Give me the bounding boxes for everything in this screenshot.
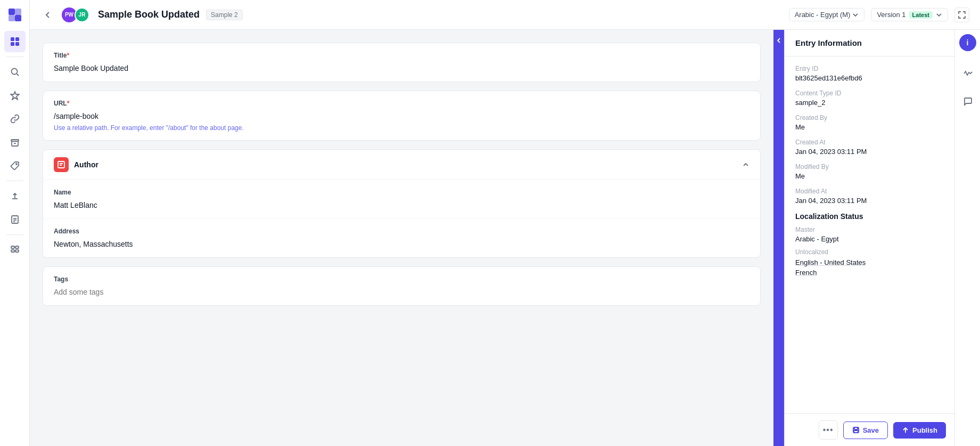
more-button[interactable]: •••	[819, 420, 838, 440]
tags-section: Tags	[43, 266, 761, 306]
content-type-badge: Sample 2	[206, 10, 243, 20]
tags-input[interactable]	[54, 288, 750, 296]
created-by-row: Created By Me	[795, 114, 944, 131]
info-panel: Entry Information Entry ID blt3625ed131e…	[784, 30, 954, 446]
locale-label: Arabic - Egypt (M)	[795, 11, 851, 19]
url-input[interactable]	[54, 112, 750, 120]
modified-at-row: Modified At Jan 04, 2023 03:11 PM	[795, 188, 944, 205]
author-group-header[interactable]: Author	[43, 150, 760, 180]
url-field-wrapper: URL* Use a relative path. For example, e…	[43, 91, 760, 140]
sidebar-left	[0, 0, 30, 446]
sidebar-icon-link[interactable]	[4, 108, 26, 129]
svg-rect-27	[854, 427, 858, 429]
created-at-label: Created At	[795, 139, 944, 146]
activity-icon	[963, 69, 973, 78]
sidebar-icon-upload[interactable]	[4, 185, 26, 207]
sidebar-divider-2	[6, 181, 23, 181]
right-icons-panel: i	[954, 30, 980, 446]
url-section: URL* Use a relative path. For example, e…	[43, 91, 761, 141]
author-collapse-icon	[742, 161, 750, 168]
loc-master-label: Master	[795, 226, 944, 233]
avatar-group: PW JR	[62, 7, 89, 22]
localization-title: Localization Status	[795, 212, 944, 221]
book-icon	[57, 160, 65, 169]
locale-chevron-icon	[852, 12, 859, 18]
address-label: Address	[54, 228, 750, 235]
url-hint: Use a relative path. For example, enter …	[54, 124, 750, 132]
svg-rect-5	[15, 37, 19, 41]
svg-rect-28	[854, 431, 858, 433]
sidebar-icon-widget[interactable]	[4, 239, 26, 261]
url-label: URL*	[54, 100, 750, 107]
name-input[interactable]	[54, 201, 750, 209]
created-at-value: Jan 04, 2023 03:11 PM	[795, 148, 944, 156]
content-area: Title* URL* Use a relative path. For exa…	[30, 30, 980, 446]
version-selector[interactable]: Version 1 Latest	[871, 8, 948, 21]
created-by-label: Created By	[795, 114, 944, 121]
publish-button[interactable]: Publish	[893, 422, 946, 439]
svg-rect-6	[11, 42, 14, 46]
svg-marker-10	[11, 92, 19, 100]
content-type-id-value: sample_2	[795, 99, 944, 107]
sidebar-icon-search[interactable]	[4, 61, 26, 83]
loc-unlocalized-french[interactable]: French	[795, 267, 944, 278]
info-panel-header: Entry Information	[785, 30, 954, 56]
modified-at-label: Modified At	[795, 188, 944, 195]
sidebar-icon-archive[interactable]	[4, 132, 26, 153]
logo	[4, 4, 26, 26]
modified-by-value: Me	[795, 172, 944, 180]
form-area: Title* URL* Use a relative path. For exa…	[30, 30, 773, 446]
created-at-row: Created At Jan 04, 2023 03:11 PM	[795, 139, 944, 156]
panel-toggle-icon	[776, 36, 782, 45]
author-group-icon	[54, 157, 69, 172]
loc-unlocalized-english[interactable]: English - United States	[795, 257, 944, 267]
author-group-title: Author	[74, 160, 737, 169]
svg-rect-2	[9, 15, 15, 21]
title-input[interactable]	[54, 64, 750, 72]
sidebar-icon-tag[interactable]	[4, 155, 26, 176]
modified-at-value: Jan 04, 2023 03:11 PM	[795, 197, 944, 205]
loc-master-value: Arabic - Egypt	[795, 235, 944, 243]
expand-button[interactable]	[954, 7, 969, 22]
info-panel-body: Entry ID blt3625ed131e6efbd6 Content Typ…	[785, 56, 954, 413]
content-type-id-row: Content Type ID sample_2	[795, 90, 944, 107]
locale-selector[interactable]: Arabic - Egypt (M)	[789, 8, 865, 21]
tags-label: Tags	[54, 275, 750, 283]
entry-id-row: Entry ID blt3625ed131e6efbd6	[795, 65, 944, 82]
activity-icon-button[interactable]	[958, 64, 977, 83]
title-field-wrapper: Title*	[43, 43, 760, 82]
address-field-wrapper: Address	[43, 219, 760, 257]
version-chevron-icon	[936, 12, 942, 18]
comments-icon-button[interactable]	[958, 92, 977, 111]
entry-id-label: Entry ID	[795, 65, 944, 72]
info-panel-footer: ••• Save Publish	[785, 413, 954, 446]
sidebar-icon-star[interactable]	[4, 85, 26, 106]
info-icon-button[interactable]: i	[959, 34, 976, 51]
main-area: PW JR Sample Book Updated Sample 2 Arabi…	[30, 0, 980, 446]
panel-toggle[interactable]	[773, 30, 784, 446]
svg-rect-21	[11, 250, 14, 252]
svg-rect-3	[15, 15, 21, 21]
sidebar-icon-task[interactable]	[4, 209, 26, 230]
title-section: Title*	[43, 43, 761, 82]
svg-rect-11	[11, 140, 19, 141]
created-by-value: Me	[795, 123, 944, 131]
page-title: Sample Book Updated	[98, 9, 200, 20]
save-label: Save	[863, 426, 879, 434]
svg-rect-20	[15, 246, 19, 248]
version-badge: Latest	[909, 11, 933, 19]
name-field-wrapper: Name	[43, 180, 760, 218]
svg-rect-1	[15, 9, 21, 15]
publish-label: Publish	[912, 426, 937, 434]
top-header: PW JR Sample Book Updated Sample 2 Arabi…	[30, 0, 980, 30]
avatar-jr: JR	[75, 7, 89, 22]
svg-rect-23	[58, 161, 64, 168]
modified-by-label: Modified By	[795, 163, 944, 171]
localization-section: Localization Status Master Arabic - Egyp…	[795, 212, 944, 278]
address-input[interactable]	[54, 240, 750, 248]
back-button[interactable]	[40, 7, 55, 22]
save-button[interactable]: Save	[843, 421, 888, 439]
publish-icon	[902, 426, 909, 434]
content-type-id-label: Content Type ID	[795, 90, 944, 97]
sidebar-icon-grid[interactable]	[4, 31, 26, 52]
